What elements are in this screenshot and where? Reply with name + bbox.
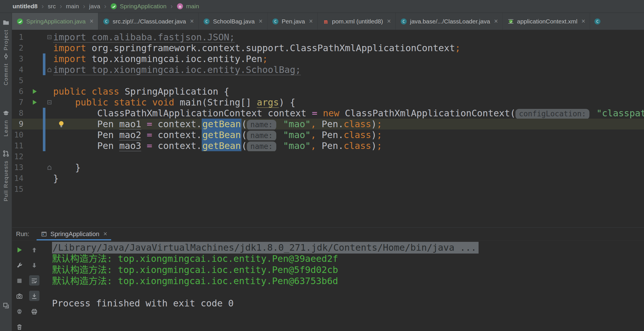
line-number[interactable]: 12 <box>12 151 26 162</box>
stripe-item-project[interactable]: Project <box>0 19 12 50</box>
fold-marker[interactable] <box>45 129 53 140</box>
console-output[interactable]: /Library/Java/JavaVirtualMachines/jdk1.8… <box>52 241 644 331</box>
close-icon[interactable]: × <box>103 231 107 237</box>
close-icon[interactable]: × <box>581 18 585 25</box>
line-number[interactable]: 11 <box>12 140 26 151</box>
fold-marker[interactable] <box>45 64 53 75</box>
down-stack-trace-button[interactable] <box>29 260 39 270</box>
close-icon[interactable]: × <box>259 18 262 25</box>
print-button[interactable] <box>29 306 39 316</box>
line-number[interactable]: 3 <box>12 53 26 64</box>
stripe-item-learn[interactable]: Learn <box>0 109 12 137</box>
breadcrumb-item-springapplication[interactable]: SpringApplication <box>110 3 166 10</box>
gutter-icon-slot[interactable] <box>26 32 43 43</box>
line-number[interactable]: 13 <box>12 162 26 173</box>
tab-partial[interactable]: C <box>590 13 601 30</box>
thread-dump-button[interactable] <box>14 291 25 301</box>
clear-console-button[interactable] <box>14 322 25 331</box>
close-icon[interactable]: × <box>190 18 194 25</box>
line-number[interactable]: 5 <box>12 75 26 86</box>
gutter-icon-slot[interactable] <box>26 97 43 108</box>
fold-marker[interactable] <box>45 162 53 173</box>
gutter-icon-slot[interactable] <box>26 64 43 75</box>
console-folded-command[interactable]: /Library/Java/JavaVirtualMachines/jdk1.8… <box>52 242 479 254</box>
code-token: "mao" <box>283 129 311 140</box>
run-tab[interactable]: SpringApplication × <box>37 228 111 240</box>
line-number[interactable]: 4 <box>12 64 26 75</box>
line-number[interactable]: 2 <box>12 43 26 53</box>
close-icon[interactable]: × <box>494 18 498 25</box>
fold-open-icon[interactable] <box>47 35 52 40</box>
tab-java-base-classloader-java[interactable]: Cjava.base/.../ClassLoader.java× <box>396 13 503 30</box>
fold-marker[interactable] <box>45 108 53 119</box>
breadcrumb-item-untitled8[interactable]: untitled8 <box>13 3 38 10</box>
fold-open-icon[interactable] <box>47 100 52 105</box>
intention-bulb-icon[interactable] <box>57 120 65 128</box>
gutter-icon-slot[interactable] <box>26 119 43 129</box>
soft-wrap-button[interactable] <box>29 275 39 286</box>
tab-src-zip-classloader-java[interactable]: Csrc.zip!/.../ClassLoader.java× <box>98 13 199 30</box>
gutter-icon-slot[interactable] <box>26 86 43 97</box>
tab-applicationcontext-xml[interactable]: applicationContext.xml× <box>503 13 590 30</box>
close-icon[interactable]: × <box>90 18 93 25</box>
up-stack-trace-button[interactable] <box>29 244 39 255</box>
gutter-icon-slot[interactable] <box>26 129 43 140</box>
breadcrumb-item-java[interactable]: java <box>89 3 100 10</box>
kill-process-button[interactable] <box>14 306 25 316</box>
fold-marker[interactable] <box>45 32 53 43</box>
fold-marker[interactable] <box>45 43 53 53</box>
line-number[interactable]: 15 <box>12 184 26 195</box>
gutter-icon-slot[interactable] <box>26 173 43 184</box>
fold-marker[interactable] <box>45 151 53 162</box>
tab-schoolbag-java[interactable]: CSchoolBag.java× <box>199 13 267 30</box>
rerun-button[interactable] <box>14 244 25 255</box>
fold-marker[interactable] <box>45 140 53 151</box>
fold-marker[interactable] <box>45 53 53 64</box>
breadcrumb-item-src[interactable]: src <box>48 3 56 10</box>
fold-marker[interactable] <box>45 97 53 108</box>
code-token <box>141 119 147 129</box>
fold-end-icon[interactable] <box>47 165 52 170</box>
play-icon[interactable] <box>31 88 38 95</box>
line-number[interactable]: 8 <box>12 108 26 119</box>
vcs-change-marker <box>43 151 45 162</box>
fold-marker[interactable] <box>45 184 53 195</box>
fold-end-icon[interactable] <box>47 67 52 72</box>
gutter-icon-slot[interactable] <box>26 43 43 53</box>
tab-springapplication-java[interactable]: SpringApplication.java× <box>12 13 98 30</box>
line-number[interactable]: 6 <box>12 86 26 97</box>
editor[interactable]: 1import com.alibaba.fastjson.JSON;2impor… <box>12 30 644 227</box>
settings-button[interactable] <box>14 260 25 270</box>
line-number[interactable]: 10 <box>12 129 26 140</box>
close-icon[interactable]: × <box>387 18 391 25</box>
line-number[interactable]: 9 <box>12 119 26 129</box>
gutter-icon-slot[interactable] <box>26 75 43 86</box>
fold-marker[interactable] <box>45 173 53 184</box>
line-number[interactable]: 14 <box>12 173 26 184</box>
gutter-icon-slot[interactable] <box>26 53 43 64</box>
breadcrumb-item-main[interactable]: main <box>66 3 79 10</box>
gutter-icon-slot[interactable] <box>26 140 43 151</box>
code-token: mao2 <box>119 129 141 140</box>
tab-pom-xml-untitled8-[interactable]: mpom.xml (untitled8)× <box>318 13 396 30</box>
code-token: "mao" <box>283 119 311 129</box>
stripe-item-pull-requests[interactable]: Pull Requests <box>0 150 12 201</box>
close-icon[interactable]: × <box>309 18 313 25</box>
play-icon[interactable] <box>31 99 38 105</box>
gutter-icon-slot[interactable] <box>26 184 43 195</box>
stop-button[interactable] <box>14 275 25 286</box>
scroll-to-end-button[interactable] <box>29 291 39 301</box>
gutter-icon-slot[interactable] <box>26 151 43 162</box>
fold-marker[interactable] <box>45 119 53 129</box>
tab-pen-java[interactable]: CPen.java× <box>267 13 318 30</box>
gutter-icon-slot[interactable] <box>26 162 43 173</box>
stripe-item-extra[interactable] <box>0 302 12 309</box>
fold-marker[interactable] <box>45 86 53 97</box>
line-number[interactable]: 1 <box>12 32 26 43</box>
line-number[interactable]: 7 <box>12 97 26 108</box>
fold-marker[interactable] <box>45 75 53 86</box>
breadcrumb-item-main[interactable]: mmain <box>177 3 199 10</box>
gutter-icon-slot[interactable] <box>26 108 43 119</box>
stripe-item-commit[interactable]: Commit <box>0 53 12 85</box>
code-text: } <box>53 173 644 184</box>
